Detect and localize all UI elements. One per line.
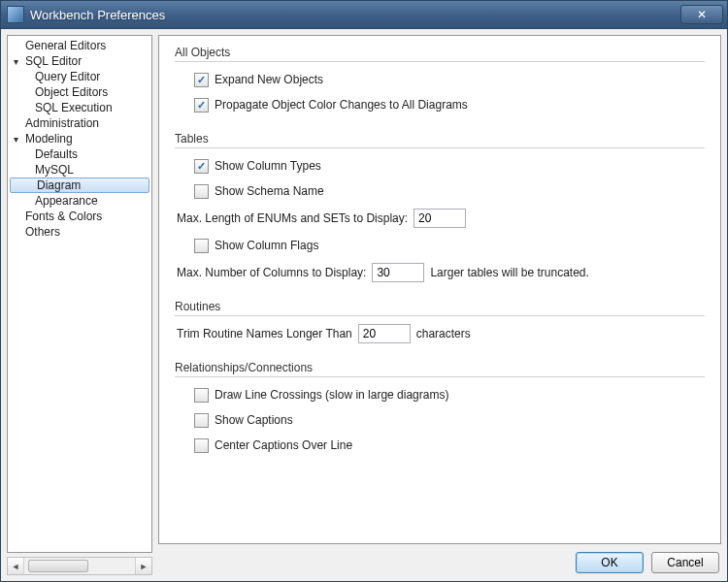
app-icon: [7, 6, 24, 23]
option-label-suffix: characters: [416, 327, 471, 340]
checkbox-icon[interactable]: [194, 184, 209, 199]
checkbox-icon[interactable]: [194, 159, 209, 174]
tree-item-label: Administration: [25, 116, 99, 130]
option-label: Show Column Types: [215, 159, 321, 173]
section-all-objects: All Objects Expand New Objects Propagate…: [175, 46, 705, 114]
option-label: Show Schema Name: [215, 184, 324, 198]
sidebar-container: General EditorsSQL EditorQuery EditorObj…: [7, 35, 152, 575]
tree-item-label: Appearance: [35, 194, 98, 208]
section-title: All Objects: [175, 46, 705, 62]
section-title: Routines: [175, 300, 705, 316]
option-center-captions[interactable]: Center Captions Over Line: [194, 436, 705, 455]
preferences-window: Workbench Preferences ✕ General EditorsS…: [0, 0, 728, 582]
option-label: Trim Routine Names Longer Than: [177, 327, 352, 340]
option-show-column-flags[interactable]: Show Column Flags: [194, 236, 705, 255]
scroll-track[interactable]: [24, 558, 135, 574]
tree-item-label: Others: [25, 225, 60, 239]
section-tables: Tables Show Column Types Show Schema Nam…: [175, 132, 705, 282]
option-label: Max. Number of Columns to Display:: [177, 266, 366, 279]
trim-length-input[interactable]: [358, 324, 411, 343]
tree-item[interactable]: MySQL: [8, 162, 151, 178]
tree-item-label: Modeling: [25, 132, 73, 146]
close-button[interactable]: ✕: [680, 5, 723, 24]
option-show-schema-name[interactable]: Show Schema Name: [194, 181, 705, 201]
checkbox-icon[interactable]: [194, 98, 209, 113]
section-title: Tables: [175, 132, 705, 148]
tree-item[interactable]: SQL Execution: [8, 100, 151, 115]
cancel-button[interactable]: Cancel: [651, 552, 719, 573]
option-trim-routine-names: Trim Routine Names Longer Than character…: [177, 324, 705, 343]
scroll-thumb[interactable]: [28, 560, 88, 572]
scroll-left-icon[interactable]: ◄: [8, 558, 24, 574]
tree-item-label: Query Editor: [35, 70, 100, 83]
tree-item-label: SQL Editor: [25, 54, 82, 68]
option-label: Show Captions: [215, 413, 293, 427]
tree-item-label: Fonts & Colors: [25, 210, 102, 223]
settings-panel: All Objects Expand New Objects Propagate…: [158, 35, 721, 544]
tree-item[interactable]: General Editors: [8, 38, 151, 53]
tree-item-label: Diagram: [37, 178, 81, 192]
checkbox-icon[interactable]: [194, 388, 209, 403]
checkbox-icon[interactable]: [194, 73, 209, 87]
tree-item[interactable]: Query Editor: [8, 69, 151, 84]
tree-item[interactable]: Defaults: [8, 146, 151, 162]
option-max-columns: Max. Number of Columns to Display: Large…: [177, 263, 705, 282]
checkbox-icon[interactable]: [194, 239, 209, 253]
body: General EditorsSQL EditorQuery EditorObj…: [1, 29, 727, 581]
section-routines: Routines Trim Routine Names Longer Than …: [175, 300, 705, 343]
option-expand-new-objects[interactable]: Expand New Objects: [194, 70, 705, 89]
tree-item[interactable]: Modeling: [8, 131, 151, 146]
option-draw-line-crossings[interactable]: Draw Line Crossings (slow in large diagr…: [194, 385, 705, 404]
option-label: Expand New Objects: [215, 73, 323, 86]
max-enum-input[interactable]: [414, 209, 466, 228]
dialog-footer: OK Cancel: [158, 544, 721, 575]
option-show-column-types[interactable]: Show Column Types: [194, 156, 705, 176]
tree-item[interactable]: Diagram: [10, 178, 149, 193]
tree-item[interactable]: Fonts & Colors: [8, 209, 151, 224]
scroll-right-icon[interactable]: ►: [135, 558, 151, 574]
option-max-enum-length: Max. Length of ENUMs and SETs to Display…: [177, 209, 705, 228]
sidebar-hscrollbar[interactable]: ◄ ►: [7, 557, 152, 575]
option-label: Propagate Object Color Changes to All Di…: [215, 98, 468, 112]
tree-item[interactable]: Administration: [8, 115, 151, 131]
section-title: Relationships/Connections: [175, 361, 705, 377]
tree-item-label: MySQL: [35, 163, 74, 177]
tree-item[interactable]: Others: [8, 224, 151, 240]
option-label: Show Column Flags: [215, 239, 318, 252]
close-icon: ✕: [697, 8, 707, 21]
tree-item[interactable]: Appearance: [8, 193, 151, 209]
tree-item-label: Object Editors: [35, 85, 108, 99]
tree-item-label: Defaults: [35, 147, 78, 161]
option-label: Max. Length of ENUMs and SETs to Display…: [177, 211, 408, 225]
tree-item[interactable]: Object Editors: [8, 84, 151, 100]
max-columns-input[interactable]: [372, 263, 424, 282]
ok-button[interactable]: OK: [576, 552, 644, 573]
option-hint: Larger tables will be truncated.: [430, 266, 588, 279]
tree-item[interactable]: SQL Editor: [8, 53, 151, 69]
option-label: Center Captions Over Line: [215, 438, 352, 452]
tree-item-label: General Editors: [25, 39, 106, 52]
section-relationships: Relationships/Connections Draw Line Cros…: [175, 361, 705, 455]
checkbox-icon[interactable]: [194, 413, 209, 428]
tree-item-label: SQL Execution: [35, 101, 113, 114]
titlebar: Workbench Preferences ✕: [1, 1, 727, 29]
window-title: Workbench Preferences: [30, 8, 680, 22]
main-container: All Objects Expand New Objects Propagate…: [158, 35, 721, 575]
checkbox-icon[interactable]: [194, 438, 209, 453]
option-show-captions[interactable]: Show Captions: [194, 410, 705, 430]
option-propagate-color[interactable]: Propagate Object Color Changes to All Di…: [194, 95, 705, 114]
option-label: Draw Line Crossings (slow in large diagr…: [215, 388, 448, 402]
category-tree[interactable]: General EditorsSQL EditorQuery EditorObj…: [7, 35, 152, 553]
